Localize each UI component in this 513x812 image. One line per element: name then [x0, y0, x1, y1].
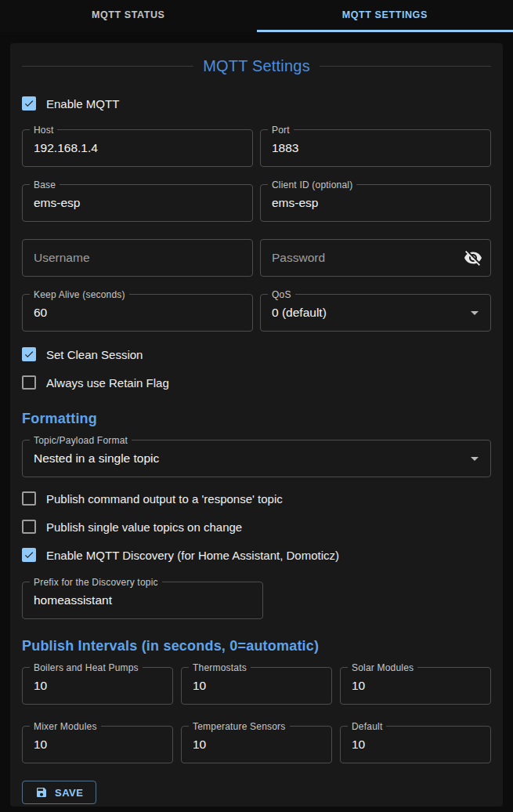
checkmark-icon [23, 549, 34, 560]
interval-mixer-value: 10 [34, 738, 47, 752]
interval-default-value: 10 [352, 738, 365, 752]
port-field[interactable]: Port 1883 [260, 129, 491, 167]
retain-flag-checkbox[interactable] [22, 375, 36, 390]
publish-response-label[interactable]: Publish command output to a 'response' t… [46, 492, 283, 506]
password-field-placeholder: Password [272, 251, 325, 265]
interval-thermostats-field[interactable]: Thermostats 10 [181, 667, 332, 705]
publish-response-checkbox[interactable] [22, 491, 36, 506]
interval-temperature-value: 10 [193, 738, 206, 752]
divider-line [22, 66, 193, 67]
tab-mqtt-settings-label: MQTT SETTINGS [342, 9, 428, 20]
interval-mixer-label: Mixer Modules [30, 721, 101, 732]
discovery-prefix-field-value: homeassistant [34, 593, 112, 607]
port-field-label: Port [268, 125, 294, 136]
host-field-label: Host [30, 125, 57, 136]
interval-temperature-field[interactable]: Temperature Sensors 10 [181, 726, 332, 763]
discovery-checkbox[interactable] [22, 548, 36, 562]
topic-format-select-value: Nested in a single topic [34, 451, 159, 466]
tab-bar: MQTT STATUS MQTT SETTINGS [0, 0, 513, 32]
visibility-off-icon [464, 248, 482, 267]
publish-single-label[interactable]: Publish single value topics on change [46, 520, 242, 534]
client-id-field-value: ems-esp [272, 196, 318, 210]
divider-line [320, 66, 491, 67]
clean-session-label[interactable]: Set Clean Session [46, 348, 143, 361]
page-title-divider: MQTT Settings [22, 54, 491, 78]
interval-default-field[interactable]: Default 10 [340, 726, 491, 763]
interval-default-label: Default [348, 721, 386, 732]
interval-thermostats-value: 10 [193, 679, 206, 693]
keep-alive-field-label: Keep Alive (seconds) [30, 289, 129, 300]
discovery-prefix-field-label: Prefix for the Discovery topic [30, 577, 162, 588]
interval-boilers-label: Boilers and Heat Pumps [30, 662, 143, 673]
clean-session-checkbox[interactable] [22, 347, 36, 361]
interval-solar-value: 10 [352, 679, 365, 693]
interval-temperature-label: Temperature Sensors [189, 721, 290, 732]
discovery-prefix-field[interactable]: Prefix for the Discovery topic homeassis… [22, 582, 263, 619]
username-field[interactable]: Username [22, 239, 253, 277]
interval-boilers-value: 10 [34, 679, 47, 693]
publish-single-row: Publish single value topics on change [22, 517, 491, 536]
publish-response-row: Publish command output to a 'response' t… [22, 489, 491, 508]
keep-alive-field[interactable]: Keep Alive (seconds) 60 [22, 294, 253, 332]
interval-mixer-field[interactable]: Mixer Modules 10 [22, 726, 173, 763]
topic-format-select[interactable]: Topic/Payload Format Nested in a single … [22, 440, 491, 477]
base-field-label: Base [30, 179, 60, 190]
mqtt-settings-card: MQTT Settings Enable MQTT Host 192.168.1… [10, 43, 503, 807]
clean-session-row: Set Clean Session [22, 345, 491, 364]
retain-flag-label[interactable]: Always use Retain Flag [46, 376, 169, 390]
formatting-heading: Formatting [22, 411, 491, 427]
qos-select[interactable]: QoS 0 (default) [260, 294, 491, 332]
tab-mqtt-status[interactable]: MQTT STATUS [0, 0, 257, 32]
tab-mqtt-settings[interactable]: MQTT SETTINGS [257, 0, 513, 32]
enable-mqtt-row: Enable MQTT [22, 94, 491, 113]
password-field[interactable]: Password [260, 239, 491, 277]
dropdown-arrow-icon [465, 303, 484, 325]
host-field[interactable]: Host 192.168.1.4 [22, 129, 253, 167]
save-icon [35, 786, 48, 799]
checkmark-icon [23, 349, 34, 360]
port-field-value: 1883 [272, 141, 298, 155]
page-title: MQTT Settings [203, 57, 310, 75]
publish-single-checkbox[interactable] [22, 520, 36, 534]
enable-mqtt-checkbox[interactable] [22, 96, 36, 111]
username-field-placeholder: Username [34, 251, 90, 265]
dropdown-arrow-icon [465, 449, 484, 471]
retain-flag-row: Always use Retain Flag [22, 373, 491, 392]
checkmark-icon [23, 98, 34, 109]
enable-mqtt-label[interactable]: Enable MQTT [46, 97, 119, 111]
client-id-field[interactable]: Client ID (optional) ems-esp [260, 184, 491, 222]
interval-thermostats-label: Thermostats [189, 662, 251, 673]
interval-boilers-field[interactable]: Boilers and Heat Pumps 10 [22, 667, 173, 705]
interval-solar-label: Solar Modules [348, 662, 417, 673]
tab-mqtt-status-label: MQTT STATUS [92, 9, 165, 20]
base-field[interactable]: Base ems-esp [22, 184, 253, 222]
qos-select-label: QoS [268, 289, 295, 300]
save-button-label: SAVE [55, 787, 83, 799]
interval-solar-field[interactable]: Solar Modules 10 [340, 667, 491, 705]
client-id-field-label: Client ID (optional) [268, 179, 356, 190]
discovery-row: Enable MQTT Discovery (for Home Assistan… [22, 546, 491, 564]
topic-format-select-label: Topic/Payload Format [30, 435, 132, 446]
qos-select-value: 0 (default) [272, 306, 327, 320]
discovery-label[interactable]: Enable MQTT Discovery (for Home Assistan… [46, 549, 339, 562]
keep-alive-field-value: 60 [34, 306, 47, 320]
base-field-value: ems-esp [34, 196, 80, 210]
save-button[interactable]: SAVE [22, 781, 96, 804]
host-field-value: 192.168.1.4 [34, 141, 98, 155]
publish-intervals-heading: Publish Intervals (in seconds, 0=automat… [22, 638, 491, 654]
toggle-password-visibility-button[interactable] [464, 248, 482, 270]
